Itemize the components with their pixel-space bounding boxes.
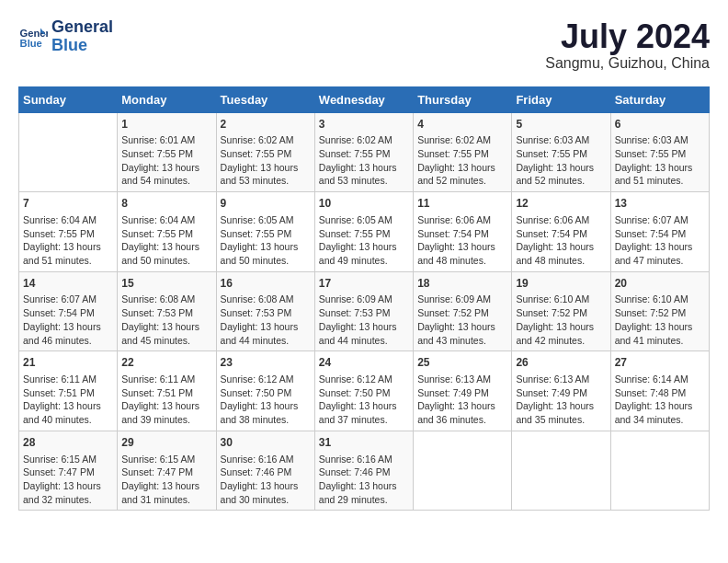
sunset-text: Sunset: 7:46 PM <box>319 466 391 477</box>
day-number: 19 <box>516 276 606 292</box>
sunset-text: Sunset: 7:52 PM <box>417 307 489 318</box>
sunrise-text: Sunrise: 6:09 AM <box>417 293 491 304</box>
day-number: 28 <box>23 435 113 451</box>
calendar-cell: 15Sunrise: 6:08 AMSunset: 7:53 PMDayligh… <box>118 271 216 351</box>
sunrise-text: Sunrise: 6:07 AM <box>23 293 97 304</box>
sunset-text: Sunset: 7:55 PM <box>121 228 193 239</box>
calendar-cell: 20Sunrise: 6:10 AMSunset: 7:52 PMDayligh… <box>610 271 709 351</box>
logo-icon: General Blue <box>18 22 48 52</box>
sunset-text: Sunset: 7:50 PM <box>221 387 292 398</box>
sunrise-text: Sunrise: 6:10 AM <box>516 293 589 304</box>
page-header: General Blue General Blue July 2024 Sang… <box>18 18 710 72</box>
logo: General Blue General Blue <box>18 18 113 55</box>
daylight-text: Daylight: 13 hours and 37 minutes. <box>319 400 397 425</box>
daylight-text: Daylight: 13 hours and 41 minutes. <box>615 321 693 346</box>
calendar-cell: 22Sunrise: 6:11 AMSunset: 7:51 PMDayligh… <box>118 351 216 431</box>
daylight-text: Daylight: 13 hours and 32 minutes. <box>23 480 101 505</box>
sunrise-text: Sunrise: 6:05 AM <box>319 214 392 225</box>
daylight-text: Daylight: 13 hours and 36 minutes. <box>417 400 495 425</box>
sunset-text: Sunset: 7:48 PM <box>615 387 687 398</box>
calendar-cell: 26Sunrise: 6:13 AMSunset: 7:49 PMDayligh… <box>512 351 610 431</box>
sunset-text: Sunset: 7:50 PM <box>319 387 391 398</box>
day-number: 24 <box>319 355 409 371</box>
sunset-text: Sunset: 7:55 PM <box>121 148 193 159</box>
sunset-text: Sunset: 7:47 PM <box>121 466 193 477</box>
calendar-cell: 12Sunrise: 6:06 AMSunset: 7:54 PMDayligh… <box>512 192 610 272</box>
sunset-text: Sunset: 7:55 PM <box>319 228 391 239</box>
calendar-cell: 16Sunrise: 6:08 AMSunset: 7:53 PMDayligh… <box>216 271 314 351</box>
calendar-cell: 9Sunrise: 6:05 AMSunset: 7:55 PMDaylight… <box>216 192 314 272</box>
day-number: 15 <box>121 276 211 292</box>
sunset-text: Sunset: 7:55 PM <box>615 148 687 159</box>
daylight-text: Daylight: 13 hours and 49 minutes. <box>319 241 397 266</box>
calendar-cell: 19Sunrise: 6:10 AMSunset: 7:52 PMDayligh… <box>512 271 610 351</box>
day-number: 4 <box>417 117 507 132</box>
daylight-text: Daylight: 13 hours and 52 minutes. <box>417 162 495 187</box>
day-header-monday: Monday <box>118 86 216 112</box>
sunset-text: Sunset: 7:46 PM <box>221 466 292 477</box>
day-number: 13 <box>615 196 705 212</box>
sunrise-text: Sunrise: 6:05 AM <box>221 214 294 225</box>
sunrise-text: Sunrise: 6:15 AM <box>23 454 97 465</box>
day-number: 30 <box>221 435 311 451</box>
sunrise-text: Sunrise: 6:02 AM <box>417 134 491 145</box>
calendar-cell: 11Sunrise: 6:06 AMSunset: 7:54 PMDayligh… <box>414 192 512 272</box>
sunrise-text: Sunrise: 6:11 AM <box>121 373 195 385</box>
sunset-text: Sunset: 7:55 PM <box>221 228 292 239</box>
daylight-text: Daylight: 13 hours and 40 minutes. <box>23 400 101 425</box>
calendar-cell: 30Sunrise: 6:16 AMSunset: 7:46 PMDayligh… <box>216 431 314 511</box>
day-number: 20 <box>615 276 705 292</box>
calendar-cell: 7Sunrise: 6:04 AMSunset: 7:55 PMDaylight… <box>19 192 118 272</box>
daylight-text: Daylight: 13 hours and 35 minutes. <box>516 400 594 425</box>
daylight-text: Daylight: 13 hours and 51 minutes. <box>23 241 101 266</box>
sunrise-text: Sunrise: 6:09 AM <box>319 293 392 304</box>
daylight-text: Daylight: 13 hours and 48 minutes. <box>516 241 594 266</box>
day-number: 1 <box>121 117 211 132</box>
sunrise-text: Sunrise: 6:08 AM <box>221 293 294 304</box>
sunset-text: Sunset: 7:53 PM <box>221 307 292 318</box>
location-subtitle: Sangmu, Guizhou, China <box>545 55 710 72</box>
calendar-cell: 13Sunrise: 6:07 AMSunset: 7:54 PMDayligh… <box>610 192 709 272</box>
sunset-text: Sunset: 7:54 PM <box>516 228 587 239</box>
calendar-cell: 2Sunrise: 6:02 AMSunset: 7:55 PMDaylight… <box>216 112 314 192</box>
day-number: 8 <box>121 196 211 212</box>
day-number: 29 <box>121 435 211 451</box>
sunset-text: Sunset: 7:55 PM <box>417 148 489 159</box>
day-header-friday: Friday <box>512 86 610 112</box>
day-number: 10 <box>319 196 409 212</box>
sunrise-text: Sunrise: 6:12 AM <box>221 373 294 385</box>
day-number: 23 <box>221 355 311 371</box>
day-number: 25 <box>417 355 507 371</box>
sunrise-text: Sunrise: 6:02 AM <box>319 134 392 145</box>
sunrise-text: Sunrise: 6:04 AM <box>23 214 97 225</box>
day-number: 17 <box>319 276 409 292</box>
sunset-text: Sunset: 7:52 PM <box>516 307 587 318</box>
daylight-text: Daylight: 13 hours and 53 minutes. <box>319 162 397 187</box>
calendar-cell: 10Sunrise: 6:05 AMSunset: 7:55 PMDayligh… <box>314 192 413 272</box>
calendar-cell: 14Sunrise: 6:07 AMSunset: 7:54 PMDayligh… <box>19 271 118 351</box>
day-number: 9 <box>221 196 311 212</box>
day-number: 31 <box>319 435 409 451</box>
day-number: 5 <box>516 117 606 132</box>
calendar-cell <box>610 431 709 511</box>
daylight-text: Daylight: 13 hours and 44 minutes. <box>221 321 299 346</box>
logo-text: General Blue <box>51 18 113 55</box>
sunrise-text: Sunrise: 6:06 AM <box>516 214 589 225</box>
calendar-cell: 27Sunrise: 6:14 AMSunset: 7:48 PMDayligh… <box>610 351 709 431</box>
daylight-text: Daylight: 13 hours and 30 minutes. <box>221 480 299 505</box>
sunrise-text: Sunrise: 6:13 AM <box>417 373 491 385</box>
calendar-cell: 3Sunrise: 6:02 AMSunset: 7:55 PMDaylight… <box>314 112 413 192</box>
daylight-text: Daylight: 13 hours and 50 minutes. <box>121 241 199 266</box>
calendar-cell <box>19 112 118 192</box>
sunset-text: Sunset: 7:55 PM <box>516 148 587 159</box>
calendar-cell: 8Sunrise: 6:04 AMSunset: 7:55 PMDaylight… <box>118 192 216 272</box>
day-number: 6 <box>615 117 705 132</box>
daylight-text: Daylight: 13 hours and 39 minutes. <box>121 400 199 425</box>
daylight-text: Daylight: 13 hours and 29 minutes. <box>319 480 397 505</box>
day-number: 2 <box>221 117 311 132</box>
sunrise-text: Sunrise: 6:10 AM <box>615 293 688 304</box>
day-header-saturday: Saturday <box>610 86 709 112</box>
sunrise-text: Sunrise: 6:12 AM <box>319 373 392 385</box>
sunrise-text: Sunrise: 6:11 AM <box>23 373 97 385</box>
sunrise-text: Sunrise: 6:14 AM <box>615 373 688 385</box>
